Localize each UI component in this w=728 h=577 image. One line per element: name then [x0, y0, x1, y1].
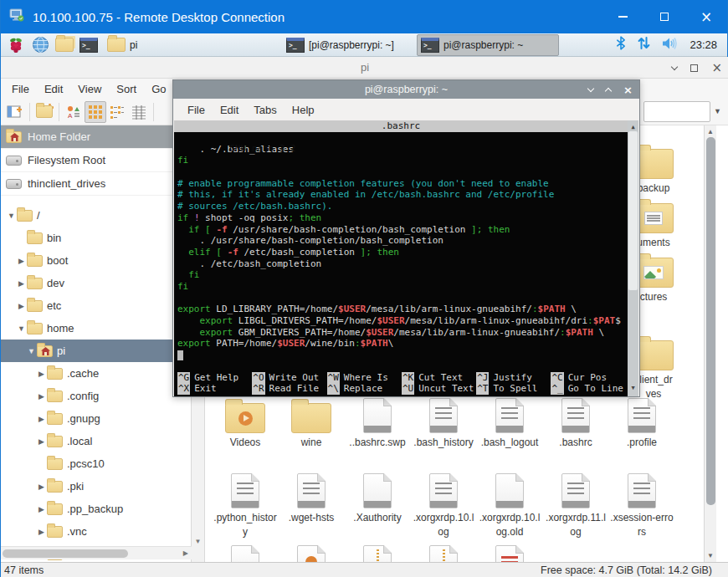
terminal-menu-edit[interactable]: Edit [213, 104, 246, 116]
rdp-titlebar[interactable]: 10.100.100.75 - Remote Desktop Connectio… [1, 0, 727, 33]
terminal-close-icon[interactable]: × [623, 84, 633, 95]
expander-closed-icon[interactable]: ▶ [36, 370, 47, 378]
file-item-xorgxrdp-10-log[interactable]: .xorgxrdp.10.log [412, 470, 475, 539]
bluetooth-icon[interactable] [616, 36, 626, 54]
file-item-wine[interactable]: wine [279, 395, 343, 450]
tree-item-etc[interactable]: ▶etc [1, 294, 191, 317]
terminal-screen[interactable]: .bashrc GNU nano 3.2 . ~/.bash_aliasesfi… [174, 120, 638, 396]
rdp-maximize-button[interactable] [643, 0, 685, 33]
terminal-minimize-icon[interactable] [587, 84, 594, 91]
file-item-item[interactable] [279, 542, 343, 562]
tree-item-local[interactable]: ▶.local [1, 430, 191, 452]
tree-item-boot[interactable]: ▶boot [1, 249, 191, 272]
nano-shortcut-go-to-line[interactable]: ^_Go To Line [551, 383, 625, 395]
tree-item-cache[interactable]: ▶.cache [1, 362, 191, 385]
expander-closed-icon[interactable]: ▶ [36, 392, 47, 401]
fm-minimize-icon[interactable] [671, 63, 678, 69]
sidebar-scroll-down-icon[interactable]: ▼ [192, 538, 204, 545]
place-home-folder[interactable]: Home Folder [1, 125, 191, 149]
fm-maximize-icon[interactable] [690, 64, 698, 72]
rdp-close-button[interactable]: × [685, 0, 727, 33]
expander-closed-icon[interactable]: ▶ [36, 528, 47, 536]
expander-open-icon[interactable]: ▼ [26, 347, 37, 355]
file-item-item[interactable] [346, 542, 409, 562]
compact-view-button[interactable] [106, 101, 128, 123]
expander-closed-icon[interactable]: ▶ [36, 505, 47, 513]
taskbar-task-pi-raspberrypi[interactable]: >_pi@raspberrypi: ~ [417, 34, 559, 56]
raspberry-menu-icon[interactable] [6, 35, 26, 55]
sidebar-hscroll-thumb[interactable] [3, 549, 128, 558]
new-window-button[interactable] [4, 101, 26, 123]
file-item-xauthority[interactable]: .Xauthority [346, 470, 409, 525]
tree-item-pki[interactable]: ▶.pki [1, 475, 191, 498]
nano-shortcut-where-is[interactable]: ^WWhere Is [327, 372, 402, 384]
expander-closed-icon[interactable]: ▶ [16, 279, 27, 288]
expander-open-icon[interactable]: ▼ [6, 212, 17, 220]
expander-closed-icon[interactable]: ▶ [16, 302, 27, 310]
fm-menu-go[interactable]: Go [144, 83, 173, 95]
nano-shortcut-justify[interactable]: ^JJustify [476, 372, 551, 384]
nano-shortcut-read-file[interactable]: ^RRead File [252, 383, 326, 395]
terminal-maximize-icon[interactable] [605, 87, 612, 94]
tree-item-pcsc10[interactable]: .pcsc10 [1, 452, 191, 475]
fm-menu-file[interactable]: File [4, 83, 37, 95]
file-item-bashrc[interactable]: .bashrc [544, 395, 608, 450]
main-vscroll-thumb[interactable] [706, 137, 715, 505]
file-item-wget-hsts[interactable]: .wget-hsts [279, 470, 343, 525]
icon-view-button[interactable] [85, 101, 106, 123]
nano-shortcut-uncut-text[interactable]: ^UUncut Text [402, 383, 476, 395]
nano-shortcut-cur-pos[interactable]: ^CCur Pos [551, 372, 625, 384]
fm-menu-edit[interactable]: Edit [37, 83, 70, 95]
file-item-bash-logout[interactable]: .bash_logout [478, 395, 541, 450]
terminal-scroll-down-icon[interactable]: ▼ [628, 383, 638, 395]
terminal-menu-file[interactable]: File [180, 104, 213, 116]
thumbnail-view-button[interactable]: A [63, 101, 85, 123]
nano-shortcut-exit[interactable]: ^XExit [177, 383, 252, 395]
terminal-scrollbar[interactable]: ▲ ▼ [628, 120, 638, 396]
expander-closed-icon[interactable]: ▶ [36, 415, 47, 423]
nano-shortcut-to-spell[interactable]: ^TTo Spell [476, 383, 551, 395]
file-item-xorgxrdp-11-log[interactable]: .xorgxrdp.11.log [544, 470, 608, 539]
file-item-bashrc-swp[interactable]: ..bashrc.swp [346, 395, 409, 450]
nano-shortcut-write-out[interactable]: ^OWrite Out [252, 372, 326, 384]
main-scroll-down-icon[interactable]: ▼ [705, 552, 716, 559]
nano-shortcut-get-help[interactable]: ^GGet Help [177, 372, 252, 384]
tree-item-vnc[interactable]: ▶.vnc [1, 520, 191, 543]
file-manager-titlebar[interactable]: pi × [1, 57, 728, 79]
tree-item-home[interactable]: ▼home [1, 317, 191, 340]
file-item-item[interactable] [412, 542, 475, 562]
detailed-view-button[interactable] [128, 101, 150, 123]
path-input[interactable] [643, 101, 710, 122]
tree-item-gnupg[interactable]: ▶.gnupg [1, 407, 191, 430]
file-item-python-history[interactable]: .python_history [213, 470, 277, 539]
sidebar-scroll-right-icon[interactable]: ▶ [183, 549, 188, 557]
file-item-xorgxrdp-10-log-old[interactable]: .xorgxrdp.10.log.old [478, 470, 541, 539]
fm-menu-view[interactable]: View [70, 83, 109, 95]
expander-closed-icon[interactable]: ▶ [16, 257, 27, 265]
tree-item-dev[interactable]: ▶dev [1, 272, 191, 294]
fm-close-icon[interactable]: × [711, 62, 722, 74]
expander-closed-icon[interactable]: ▶ [36, 483, 47, 491]
place-filesystem-root[interactable]: Filesystem Root [1, 149, 191, 172]
network-arrows-icon[interactable] [638, 36, 650, 54]
clock[interactable]: 23:28 [690, 38, 717, 51]
path-dropdown-icon[interactable]: ▼ [714, 107, 721, 115]
taskbar-task-pi-raspberrypi[interactable]: >_[pi@raspberrypi: ~] [283, 34, 415, 56]
file-manager-icon[interactable] [54, 35, 74, 55]
file-item-bash-history[interactable]: .bash_history [412, 395, 475, 450]
tree-item-config[interactable]: ▶.config [1, 385, 191, 407]
terminal-titlebar[interactable]: pi@raspberrypi: ~ × [173, 80, 639, 99]
sidebar-horizontal-scrollbar[interactable]: ▶ [1, 546, 192, 559]
file-item-item[interactable] [213, 542, 277, 562]
main-scroll-up-icon[interactable]: ▲ [705, 128, 716, 135]
expander-open-icon[interactable]: ▼ [16, 324, 27, 333]
fm-menu-sort[interactable]: Sort [109, 83, 144, 95]
tree-item-pi[interactable]: ▼pi [1, 340, 191, 362]
file-item-xsession-errors[interactable]: .xsession-errors [610, 470, 674, 539]
place-thinclient-drives[interactable]: thinclient_drives [1, 172, 191, 196]
terminal-menu-tabs[interactable]: Tabs [246, 104, 284, 116]
expander-closed-icon[interactable]: ▶ [36, 437, 47, 446]
tree-item-pp-backup[interactable]: ▶.pp_backup [1, 498, 191, 520]
volume-icon[interactable] [662, 37, 678, 54]
terminal-menu-help[interactable]: Help [285, 104, 322, 116]
